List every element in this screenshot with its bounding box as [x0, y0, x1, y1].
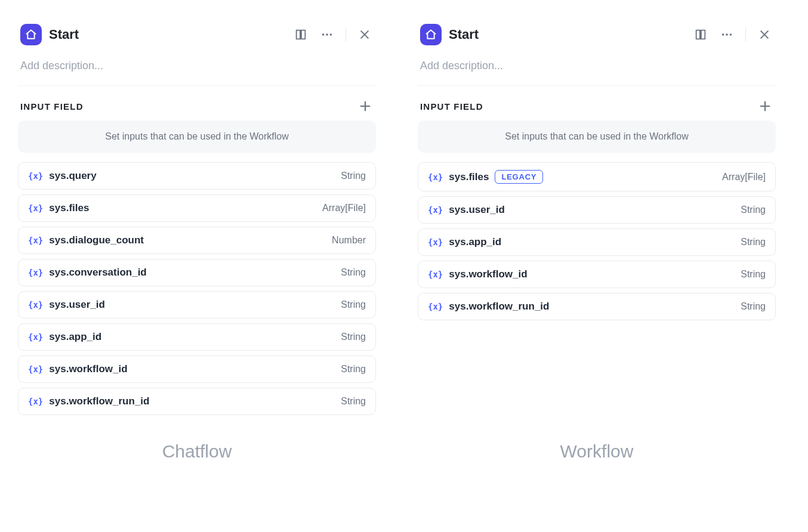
variable-icon: {x} — [428, 302, 443, 311]
field-name: sys.files — [49, 202, 316, 214]
input-field-row[interactable]: {x}sys.user_idString — [418, 196, 776, 224]
legacy-badge: LEGACY — [495, 170, 543, 184]
more-button[interactable] — [718, 26, 736, 44]
input-field-section-header: INPUT FIELD — [18, 98, 376, 115]
variable-icon: {x} — [428, 205, 443, 215]
input-field-row[interactable]: {x}sys.dialogue_countNumber — [18, 227, 376, 254]
svg-point-0 — [322, 33, 325, 36]
variable-icon: {x} — [28, 300, 43, 310]
field-name-text: sys.app_id — [449, 236, 501, 248]
field-type: String — [741, 301, 766, 312]
more-button[interactable] — [318, 26, 336, 44]
field-name-text: sys.conversation_id — [49, 267, 146, 279]
close-button[interactable] — [755, 26, 773, 44]
add-input-field-button[interactable] — [757, 98, 773, 115]
header-actions — [292, 26, 374, 44]
field-type: String — [741, 205, 766, 215]
panel-header: Start — [18, 24, 376, 45]
field-name-text: sys.dialogue_count — [49, 234, 144, 246]
field-name: sys.user_id — [449, 204, 735, 216]
variable-icon: {x} — [28, 268, 43, 277]
field-type: String — [741, 237, 766, 248]
field-name-text: sys.app_id — [49, 331, 101, 343]
input-field-row[interactable]: {x}sys.workflow_run_idString — [418, 293, 776, 320]
field-name: sys.app_id — [49, 331, 335, 343]
divider — [745, 27, 746, 42]
svg-point-2 — [330, 33, 332, 36]
field-name: sys.workflow_run_id — [449, 301, 735, 313]
home-icon[interactable] — [420, 24, 442, 45]
input-field-list: {x}sys.filesLEGACYArray[File]{x}sys.user… — [418, 162, 776, 320]
description-input[interactable]: Add description... — [418, 60, 776, 86]
svg-point-4 — [726, 33, 728, 36]
input-field-hint: Set inputs that can be used in the Workf… — [418, 120, 776, 153]
field-name: sys.workflow_run_id — [49, 395, 335, 407]
field-name-text: sys.files — [49, 202, 89, 214]
header-actions — [692, 26, 773, 44]
field-type: String — [341, 364, 366, 375]
input-field-hint: Set inputs that can be used in the Workf… — [18, 120, 376, 153]
panel-header: Start — [418, 24, 776, 45]
field-name: sys.filesLEGACY — [449, 170, 716, 184]
caption-workflow: Workflow — [418, 441, 776, 462]
field-type: String — [741, 269, 766, 280]
field-name: sys.dialogue_count — [49, 234, 326, 246]
input-field-row[interactable]: {x}sys.filesArray[File] — [18, 194, 376, 222]
field-name-text: sys.workflow_id — [49, 363, 127, 375]
close-button[interactable] — [356, 26, 374, 44]
field-name-text: sys.user_id — [49, 299, 105, 311]
variable-icon: {x} — [28, 203, 43, 213]
panel-title: Start — [49, 27, 285, 42]
input-field-row[interactable]: {x}sys.filesLEGACYArray[File] — [418, 162, 776, 191]
svg-point-1 — [326, 33, 328, 36]
field-name: sys.user_id — [49, 299, 335, 311]
field-type: Array[File] — [722, 172, 766, 183]
variable-icon: {x} — [28, 236, 43, 245]
field-type: String — [341, 299, 366, 310]
variable-icon: {x} — [28, 397, 43, 406]
input-field-row[interactable]: {x}sys.user_idString — [18, 291, 376, 318]
variable-icon: {x} — [28, 332, 43, 342]
field-name-text: sys.workflow_run_id — [449, 301, 549, 313]
caption-chatflow: Chatflow — [18, 441, 376, 462]
home-icon[interactable] — [20, 24, 42, 45]
docs-button[interactable] — [692, 26, 710, 44]
panel-chatflow: StartAdd description...INPUT FIELDSet in… — [18, 24, 376, 415]
section-title: INPUT FIELD — [420, 101, 483, 112]
variable-icon: {x} — [428, 172, 443, 182]
input-field-list: {x}sys.queryString{x}sys.filesArray[File… — [18, 162, 376, 415]
svg-point-5 — [730, 33, 732, 36]
field-name-text: sys.workflow_id — [449, 268, 527, 280]
input-field-row[interactable]: {x}sys.app_idString — [18, 323, 376, 351]
docs-button[interactable] — [292, 26, 310, 44]
input-field-row[interactable]: {x}sys.queryString — [18, 162, 376, 190]
input-field-row[interactable]: {x}sys.conversation_idString — [18, 259, 376, 286]
field-name: sys.app_id — [449, 236, 735, 248]
input-field-row[interactable]: {x}sys.app_idString — [418, 228, 776, 256]
field-type: String — [341, 396, 366, 407]
field-type: String — [341, 171, 366, 181]
panel-workflow: StartAdd description...INPUT FIELDSet in… — [418, 24, 776, 320]
field-name: sys.workflow_id — [449, 268, 735, 280]
field-name-text: sys.workflow_run_id — [49, 395, 149, 407]
field-name: sys.workflow_id — [49, 363, 335, 375]
input-field-row[interactable]: {x}sys.workflow_idString — [18, 355, 376, 383]
variable-icon: {x} — [428, 270, 443, 279]
svg-point-3 — [722, 33, 724, 36]
input-field-section-header: INPUT FIELD — [418, 98, 776, 115]
variable-icon: {x} — [28, 364, 43, 374]
field-type: String — [341, 332, 366, 342]
field-name-text: sys.query — [49, 170, 96, 182]
input-field-row[interactable]: {x}sys.workflow_run_idString — [18, 388, 376, 415]
field-type: Array[File] — [322, 203, 366, 214]
add-input-field-button[interactable] — [357, 98, 374, 115]
field-name: sys.query — [49, 170, 335, 182]
field-type: String — [341, 267, 366, 278]
variable-icon: {x} — [428, 237, 443, 247]
divider — [346, 27, 346, 42]
description-input[interactable]: Add description... — [18, 60, 376, 86]
field-name: sys.conversation_id — [49, 267, 335, 279]
field-type: Number — [332, 235, 366, 246]
input-field-row[interactable]: {x}sys.workflow_idString — [418, 261, 776, 288]
variable-icon: {x} — [28, 171, 43, 181]
